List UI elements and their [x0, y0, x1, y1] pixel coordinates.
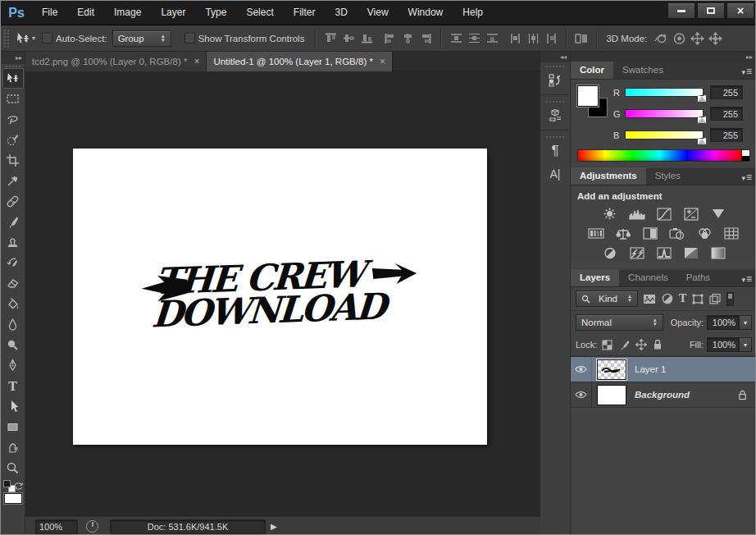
auto-select-target-dropdown[interactable]: Group ▲▼ — [112, 30, 171, 47]
channel-mixer-icon[interactable] — [695, 226, 714, 240]
gradient-map-icon[interactable] — [681, 246, 701, 260]
lock-pixels-icon[interactable] — [618, 340, 630, 350]
vibrance-icon[interactable] — [708, 207, 728, 221]
tab-swatches[interactable]: Swatches — [613, 62, 672, 79]
close-button[interactable]: × — [726, 2, 754, 19]
layer-thumbnail[interactable] — [597, 359, 626, 380]
filter-toggle-switch[interactable] — [726, 292, 734, 306]
distribute-bottom-edges-button[interactable] — [483, 30, 501, 47]
blue-value-field[interactable]: 255 — [710, 128, 743, 142]
exposure-icon[interactable] — [681, 207, 701, 221]
green-slider[interactable] — [625, 109, 704, 118]
distribute-left-edges-button[interactable] — [506, 30, 524, 47]
filter-adjustment-layers-icon[interactable] — [662, 293, 673, 304]
filter-shape-layers-icon[interactable] — [692, 294, 704, 304]
type-tool[interactable]: T — [2, 376, 24, 396]
tool-preset-dropdown-icon[interactable]: ▾ — [32, 34, 35, 42]
menu-window[interactable]: Window — [398, 1, 453, 25]
fill-dropdown[interactable]: 100% ▾ — [707, 337, 752, 352]
color-balance-icon[interactable] — [613, 226, 633, 240]
distribute-top-edges-button[interactable] — [447, 30, 465, 47]
minimize-button[interactable] — [667, 2, 695, 19]
lock-position-icon[interactable] — [635, 339, 647, 350]
tools-expand-icon[interactable]: ▸▸ — [1, 52, 25, 64]
curves-icon[interactable] — [654, 207, 674, 221]
3d-slide-icon[interactable] — [706, 30, 724, 47]
layer-name[interactable]: Background — [635, 390, 690, 400]
dropdown-arrow-icon[interactable]: ▾ — [740, 337, 752, 352]
clone-stamp-tool[interactable] — [2, 232, 24, 253]
align-left-edges-button[interactable] — [380, 30, 398, 47]
selective-color-icon[interactable] — [708, 246, 728, 260]
visibility-toggle[interactable] — [571, 357, 592, 382]
document-tab-untitled1[interactable]: Untitled-1 @ 100% (Layer 1, RGB/8) * × — [207, 52, 393, 71]
move-tool[interactable] — [2, 68, 24, 89]
quick-selection-tool[interactable] — [2, 130, 24, 150]
threshold-icon[interactable] — [654, 246, 674, 260]
brush-tool[interactable] — [2, 212, 24, 232]
opacity-value[interactable]: 100% — [707, 315, 740, 330]
maximize-button[interactable] — [697, 2, 725, 19]
panel-menu-icon[interactable]: ▾≡ — [741, 273, 753, 285]
foreground-background-swatches[interactable] — [577, 85, 610, 121]
paint-bucket-tool[interactable] — [2, 294, 24, 314]
distribute-vertical-centers-button[interactable] — [465, 30, 483, 47]
status-options-arrow-icon[interactable]: ▶ — [271, 522, 277, 531]
auto-select-checkbox[interactable] — [42, 33, 52, 43]
opacity-dropdown[interactable]: 100% ▾ — [707, 315, 752, 330]
filter-kind-dropdown[interactable]: Kind ▲▼ — [576, 290, 638, 307]
align-right-edges-button[interactable] — [417, 30, 435, 47]
menu-edit[interactable]: Edit — [67, 1, 104, 25]
distribute-right-edges-button[interactable] — [542, 30, 560, 47]
blue-slider[interactable] — [625, 130, 704, 139]
dropdown-arrow-icon[interactable]: ▾ — [740, 315, 752, 330]
tab-close-icon[interactable]: × — [194, 56, 199, 67]
layer-thumbnail[interactable] — [597, 385, 626, 405]
3d-drag-icon[interactable] — [688, 30, 706, 47]
filter-pixel-layers-icon[interactable] — [643, 294, 656, 304]
menu-layer[interactable]: Layer — [151, 1, 195, 25]
lock-transparency-icon[interactable] — [602, 340, 613, 350]
tab-layers[interactable]: Layers — [571, 269, 619, 286]
zoom-level-field[interactable]: 100% — [35, 519, 78, 534]
show-transform-checkbox[interactable] — [184, 33, 195, 43]
tab-color[interactable]: Color — [571, 62, 613, 79]
menu-file[interactable]: File — [32, 1, 67, 25]
character-panel-icon[interactable]: A| — [543, 162, 567, 185]
document-canvas[interactable]: THE CREW DOWNLOAD — [73, 149, 487, 445]
filter-smart-objects-icon[interactable] — [709, 294, 721, 304]
align-top-edges-button[interactable] — [321, 30, 339, 47]
menu-select[interactable]: Select — [236, 1, 283, 25]
healing-brush-tool[interactable] — [2, 191, 24, 212]
tab-paths[interactable]: Paths — [677, 269, 719, 286]
align-horizontal-centers-button[interactable] — [398, 30, 417, 47]
tab-styles[interactable]: Styles — [646, 167, 690, 185]
hand-tool[interactable] — [2, 437, 24, 458]
history-panel-icon[interactable] — [543, 69, 567, 92]
brightness-contrast-icon[interactable] — [600, 207, 620, 221]
visibility-toggle[interactable] — [571, 382, 592, 407]
menu-image[interactable]: Image — [104, 1, 151, 25]
menu-type[interactable]: Type — [195, 1, 236, 25]
red-slider[interactable] — [625, 88, 704, 97]
layer-name[interactable]: Layer 1 — [635, 364, 666, 374]
color-lookup-icon[interactable] — [722, 226, 741, 240]
menu-help[interactable]: Help — [453, 1, 493, 25]
3d-rotate-icon[interactable] — [652, 30, 670, 47]
green-value-field[interactable]: 255 — [710, 107, 743, 121]
posterize-icon[interactable] — [627, 246, 647, 260]
panel-menu-icon[interactable]: ▾≡ — [741, 66, 753, 77]
blur-tool[interactable] — [2, 314, 24, 335]
shape-tool[interactable] — [2, 417, 24, 437]
auto-align-layers-button[interactable] — [572, 30, 590, 47]
tab-adjustments[interactable]: Adjustments — [571, 167, 646, 185]
3d-roll-icon[interactable] — [670, 30, 688, 47]
red-value-field[interactable]: 255 — [710, 85, 743, 99]
adobe-drive-icon[interactable] — [86, 520, 98, 533]
default-colors-icon[interactable] — [3, 480, 18, 493]
history-brush-tool[interactable] — [2, 253, 24, 273]
dodge-tool[interactable] — [2, 335, 24, 355]
color-spectrum-ramp[interactable] — [577, 149, 742, 162]
dock-collapse-icon[interactable]: ◂◂ — [540, 52, 570, 62]
eraser-tool[interactable] — [2, 273, 24, 294]
